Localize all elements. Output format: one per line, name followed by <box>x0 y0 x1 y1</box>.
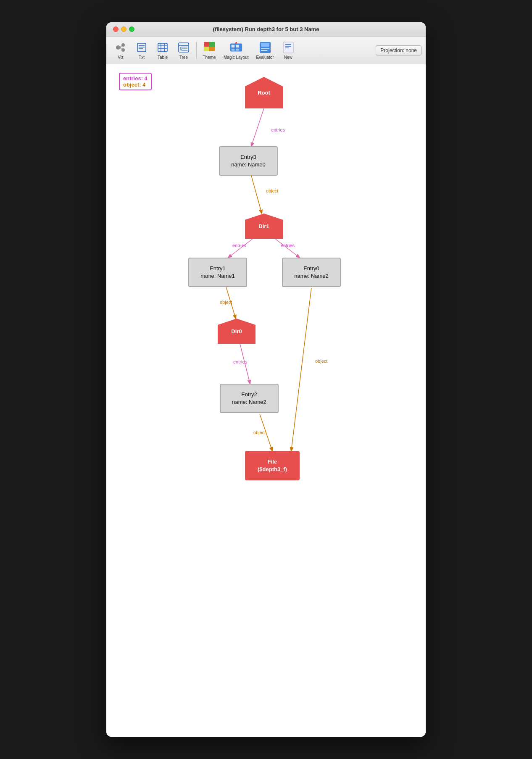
edge-label-entry3-dir1: object <box>266 188 278 193</box>
entry2-label: Entry2name: Name2 <box>232 391 266 406</box>
entry2-node[interactable]: Entry2name: Name2 <box>220 384 279 413</box>
svg-rect-22 <box>204 42 209 47</box>
dir1-node[interactable]: Dir1 <box>245 213 283 239</box>
edge-label-entry2-file: object <box>253 430 266 435</box>
svg-line-43 <box>228 237 255 258</box>
edge-label-root-entry3: entries <box>271 127 285 132</box>
entries-count: entries: 4 <box>123 75 147 82</box>
info-box: entries: 4 object: 4 <box>119 73 152 90</box>
new-button[interactable]: New <box>278 39 298 61</box>
edge-label-dir1-entry0: entries <box>281 243 295 248</box>
svg-line-42 <box>251 176 262 213</box>
theme-label: Theme <box>203 55 216 60</box>
viz-icon <box>114 41 127 54</box>
tree-button[interactable]: Tree <box>174 39 194 61</box>
svg-rect-5 <box>137 43 146 52</box>
table-label: Table <box>158 55 168 60</box>
window-title: (filesystem) Run depth3 for 5 but 3 Name <box>213 26 319 32</box>
svg-rect-27 <box>231 45 234 47</box>
magic-layout-icon <box>229 41 243 54</box>
magic-layout-button[interactable]: Magic Layout <box>220 39 252 61</box>
viz-button[interactable]: Viz <box>111 39 131 61</box>
svg-line-45 <box>226 287 236 319</box>
edge-label-dir0-entry2: entries <box>233 359 247 364</box>
entry3-label: Entry3name: Name0 <box>231 153 266 169</box>
tree-label: Tree <box>179 55 188 60</box>
object-count: object: 4 <box>123 82 147 88</box>
edge-label-dir1-entry1: entries <box>232 243 246 248</box>
svg-line-44 <box>272 237 300 258</box>
svg-rect-24 <box>204 47 209 51</box>
maximize-button[interactable] <box>129 26 134 32</box>
projection-button[interactable]: Projection: none <box>376 45 421 55</box>
svg-rect-9 <box>158 43 167 52</box>
svg-rect-30 <box>236 49 239 51</box>
txt-icon <box>135 41 148 54</box>
app-window: (filesystem) Run depth3 for 5 but 3 Name… <box>106 22 426 737</box>
table-icon <box>156 41 169 54</box>
theme-icon <box>203 41 216 54</box>
new-icon <box>282 41 295 54</box>
root-node[interactable]: Root <box>245 77 283 108</box>
close-button[interactable] <box>113 26 119 32</box>
svg-marker-31 <box>235 42 237 44</box>
svg-line-48 <box>291 288 311 451</box>
file-node[interactable]: File($depth3_f) <box>245 451 300 480</box>
svg-line-41 <box>251 108 264 146</box>
entry1-node[interactable]: Entry1name: Name1 <box>188 258 247 287</box>
minimize-button[interactable] <box>121 26 126 32</box>
svg-line-47 <box>260 414 272 451</box>
table-button[interactable]: Table <box>153 39 173 61</box>
dir0-label: Dir0 <box>231 328 242 335</box>
viz-label: Viz <box>118 55 124 60</box>
magic-layout-label: Magic Layout <box>224 55 248 60</box>
entry1-label: Entry1name: Name1 <box>200 265 235 280</box>
svg-rect-33 <box>261 43 269 47</box>
svg-rect-28 <box>236 45 239 47</box>
file-label: File($depth3_f) <box>258 458 287 473</box>
toolbar: Viz Txt <box>106 37 426 64</box>
svg-point-0 <box>116 45 120 50</box>
tree-icon <box>177 41 190 54</box>
root-label: Root <box>258 90 270 96</box>
svg-point-2 <box>121 48 125 52</box>
evaluator-icon <box>258 41 272 54</box>
titlebar: (filesystem) Run depth3 for 5 but 3 Name <box>106 22 426 37</box>
evaluator-label: Evaluator <box>256 55 274 60</box>
svg-point-1 <box>121 43 125 47</box>
edge-label-entry0-file: object <box>315 358 327 364</box>
txt-button[interactable]: Txt <box>132 39 152 61</box>
traffic-lights <box>113 26 134 32</box>
svg-line-4 <box>120 47 121 49</box>
edge-label-entry1-dir0: object <box>220 300 232 305</box>
toolbar-sep-1 <box>196 42 197 59</box>
svg-rect-36 <box>283 42 293 53</box>
dir0-node[interactable]: Dir0 <box>218 319 255 344</box>
entry3-node[interactable]: Entry3name: Name0 <box>219 146 278 176</box>
entry0-label: Entry0name: Name2 <box>294 265 329 280</box>
svg-rect-23 <box>209 42 215 47</box>
main-content: entries: 4 object: 4 <box>106 64 426 737</box>
svg-rect-29 <box>231 49 234 51</box>
svg-line-46 <box>240 344 250 384</box>
theme-button[interactable]: Theme <box>199 39 219 61</box>
txt-label: Txt <box>139 55 145 60</box>
svg-line-3 <box>120 46 121 47</box>
svg-rect-25 <box>209 47 215 51</box>
svg-rect-14 <box>179 43 189 52</box>
new-label: New <box>284 55 292 60</box>
entry0-node[interactable]: Entry0name: Name2 <box>282 258 341 287</box>
dir1-label: Dir1 <box>258 223 269 229</box>
evaluator-button[interactable]: Evaluator <box>253 39 277 61</box>
